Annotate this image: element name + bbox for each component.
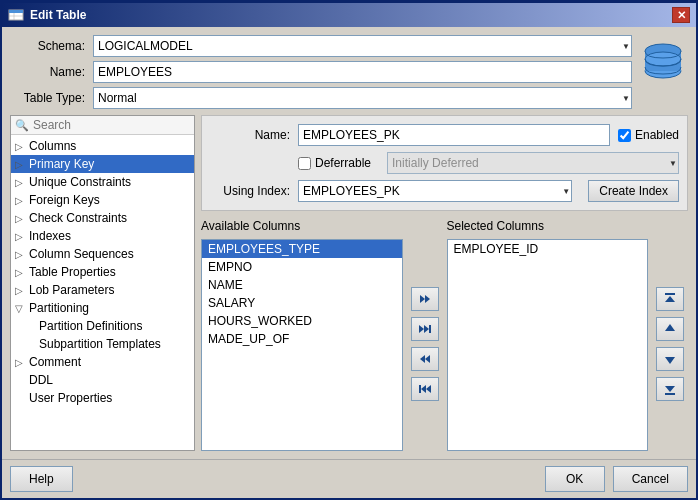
svg-marker-15 bbox=[420, 355, 425, 363]
db-icon bbox=[638, 39, 688, 89]
move-right-button[interactable] bbox=[411, 287, 439, 311]
move-down-button[interactable] bbox=[656, 347, 684, 371]
tree-label: Check Constraints bbox=[29, 211, 127, 225]
tree-item-primary-key[interactable]: ▷ Primary Key bbox=[11, 155, 194, 173]
tree-label: Lob Parameters bbox=[29, 283, 114, 297]
tree-item-check-constraints[interactable]: ▷ Check Constraints bbox=[11, 209, 194, 227]
tree-label: Column Sequences bbox=[29, 247, 134, 261]
cancel-button[interactable]: Cancel bbox=[613, 466, 688, 492]
collapse-icon: ▽ bbox=[15, 303, 25, 314]
table-type-label: Table Type: bbox=[10, 91, 85, 105]
footer: Help OK Cancel bbox=[2, 459, 696, 498]
move-top-button[interactable] bbox=[656, 287, 684, 311]
available-columns-header: Available Columns bbox=[201, 217, 403, 235]
pk-name-row: Name: Enabled bbox=[210, 124, 679, 146]
col-item-name[interactable]: NAME bbox=[202, 276, 402, 294]
col-item-empno[interactable]: EMPNO bbox=[202, 258, 402, 276]
tree-item-lob-parameters[interactable]: ▷ Lob Parameters bbox=[11, 281, 194, 299]
svg-marker-17 bbox=[421, 385, 426, 393]
left-panel: 🔍 ▷ Columns ▷ Primary Key ▷ Unique Const… bbox=[10, 115, 195, 451]
expand-icon: ▷ bbox=[15, 159, 25, 170]
tree-item-table-properties[interactable]: ▷ Table Properties bbox=[11, 263, 194, 281]
tree-label: Table Properties bbox=[29, 265, 116, 279]
search-input[interactable] bbox=[33, 118, 190, 132]
edit-table-window: Edit Table ✕ Schema: LOGICALMODEL ▼ Name… bbox=[0, 0, 698, 500]
ok-button[interactable]: OK bbox=[545, 466, 605, 492]
title-bar-left: Edit Table bbox=[8, 7, 86, 23]
move-bottom-button[interactable] bbox=[656, 377, 684, 401]
schema-select[interactable]: LOGICALMODEL bbox=[93, 35, 632, 57]
using-index-row: Using Index: EMPLOYEES_PK ▼ Create Index bbox=[210, 180, 679, 202]
right-panel: Name: Enabled Deferrable bbox=[201, 115, 688, 451]
close-button[interactable]: ✕ bbox=[672, 7, 690, 23]
svg-marker-16 bbox=[426, 385, 431, 393]
move-down-icon bbox=[663, 352, 677, 366]
table-type-select[interactable]: Normal Temporary External bbox=[93, 87, 632, 109]
name-label: Name: bbox=[10, 65, 85, 79]
col-item-made-up-of[interactable]: MADE_UP_OF bbox=[202, 330, 402, 348]
move-up-icon bbox=[663, 322, 677, 336]
double-left-icon bbox=[418, 352, 432, 366]
schema-label: Schema: bbox=[10, 39, 85, 53]
move-all-left-button[interactable] bbox=[411, 377, 439, 401]
svg-rect-19 bbox=[665, 293, 675, 295]
tree-item-comment[interactable]: ▷ Comment bbox=[11, 353, 194, 371]
selected-columns-panel: Selected Columns EMPLOYEE_ID bbox=[447, 217, 649, 451]
tree-item-foreign-keys[interactable]: ▷ Foreign Keys bbox=[11, 191, 194, 209]
enabled-label: Enabled bbox=[635, 128, 679, 142]
col-item-salary[interactable]: SALARY bbox=[202, 294, 402, 312]
tree-label: Primary Key bbox=[29, 157, 94, 171]
tree-area: ▷ Columns ▷ Primary Key ▷ Unique Constra… bbox=[11, 135, 194, 450]
expand-icon: ▷ bbox=[15, 285, 25, 296]
using-index-label: Using Index: bbox=[210, 184, 290, 198]
expand-icon: ▷ bbox=[15, 231, 25, 242]
using-index-select[interactable]: EMPLOYEES_PK bbox=[298, 180, 572, 202]
deferrable-checkbox[interactable] bbox=[298, 157, 311, 170]
expand-icon: ▷ bbox=[15, 177, 25, 188]
create-index-button[interactable]: Create Index bbox=[588, 180, 679, 202]
tree-label: Comment bbox=[29, 355, 81, 369]
schema-row: Schema: LOGICALMODEL ▼ bbox=[10, 35, 632, 57]
tree-item-columns[interactable]: ▷ Columns bbox=[11, 137, 194, 155]
svg-point-8 bbox=[645, 52, 681, 66]
help-button[interactable]: Help bbox=[10, 466, 73, 492]
deferrable-wrapper: Deferrable bbox=[298, 156, 371, 170]
enabled-checkbox[interactable] bbox=[618, 129, 631, 142]
tree-label: Partitioning bbox=[29, 301, 89, 315]
table-icon bbox=[8, 7, 24, 23]
selected-columns-list[interactable]: EMPLOYEE_ID bbox=[447, 239, 649, 451]
main-area: 🔍 ▷ Columns ▷ Primary Key ▷ Unique Const… bbox=[10, 115, 688, 451]
tree-item-ddl[interactable]: DDL bbox=[11, 371, 194, 389]
tree-item-indexes[interactable]: ▷ Indexes bbox=[11, 227, 194, 245]
tree-item-column-sequences[interactable]: ▷ Column Sequences bbox=[11, 245, 194, 263]
tree-item-user-properties[interactable]: User Properties bbox=[11, 389, 194, 407]
svg-rect-18 bbox=[419, 385, 421, 393]
tree-label: Unique Constraints bbox=[29, 175, 131, 189]
available-columns-list[interactable]: EMPLOYEES_TYPE EMPNO NAME SALARY HOURS_W… bbox=[201, 239, 403, 451]
move-top-icon bbox=[663, 292, 677, 306]
window-title: Edit Table bbox=[30, 8, 86, 22]
col-item-employees-type[interactable]: EMPLOYEES_TYPE bbox=[202, 240, 402, 258]
svg-marker-21 bbox=[665, 324, 675, 331]
move-left-button[interactable] bbox=[411, 347, 439, 371]
move-all-right-button[interactable] bbox=[411, 317, 439, 341]
tree-item-partition-definitions[interactable]: Partition Definitions bbox=[11, 317, 194, 335]
expand-icon: ▷ bbox=[15, 267, 25, 278]
col-item-hours-worked[interactable]: HOURS_WORKED bbox=[202, 312, 402, 330]
expand-icon: ▷ bbox=[15, 195, 25, 206]
double-right-icon bbox=[418, 292, 432, 306]
tree-label: Partition Definitions bbox=[39, 319, 142, 333]
tree-item-partitioning[interactable]: ▽ Partitioning bbox=[11, 299, 194, 317]
tree-label: User Properties bbox=[29, 391, 112, 405]
table-type-row: Table Type: Normal Temporary External ▼ bbox=[10, 87, 632, 109]
pk-form: Name: Enabled Deferrable bbox=[201, 115, 688, 211]
svg-marker-12 bbox=[424, 325, 429, 333]
pk-name-input[interactable] bbox=[298, 124, 610, 146]
initially-deferred-select[interactable]: Initially Deferred bbox=[387, 152, 679, 174]
name-input[interactable] bbox=[93, 61, 632, 83]
svg-rect-13 bbox=[429, 325, 431, 333]
move-up-button[interactable] bbox=[656, 317, 684, 341]
tree-item-subpartition-templates[interactable]: Subpartition Templates bbox=[11, 335, 194, 353]
col-item-employee-id[interactable]: EMPLOYEE_ID bbox=[448, 240, 648, 258]
tree-item-unique-constraints[interactable]: ▷ Unique Constraints bbox=[11, 173, 194, 191]
